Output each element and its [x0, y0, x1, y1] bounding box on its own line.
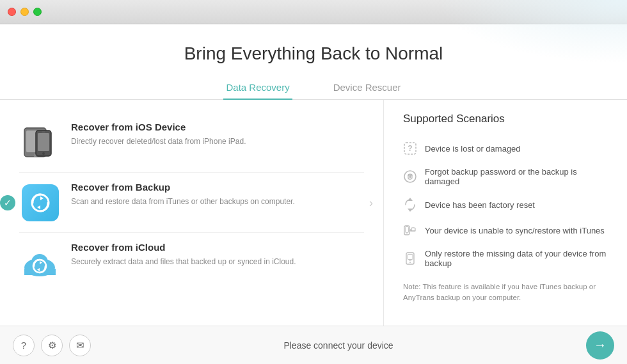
next-arrow-icon: →	[594, 338, 607, 352]
backup-option-desc: Scan and restore data from iTunes or oth…	[71, 196, 364, 207]
device-box-icon	[403, 251, 417, 265]
svg-point-22	[406, 233, 408, 235]
title-bar	[0, 0, 627, 24]
icloud-option-title: Recover from iCloud	[71, 242, 364, 253]
icloud-option-text: Recover from iCloud Securely extract dat…	[71, 242, 364, 267]
selected-checkmark: ✓	[0, 195, 15, 210]
scenarios-note: Note: This feature is available if you h…	[403, 281, 608, 304]
svg-rect-27	[408, 255, 413, 260]
scenario-sync-text: Your device is unable to sync/restore wi…	[425, 226, 605, 235]
help-icon: ?	[21, 340, 26, 351]
sync-icon	[403, 223, 417, 237]
scenario-backup-pwd-text: Forgot backup password or the backup is …	[425, 167, 608, 186]
body-section: Recover from iOS Device Directly recover…	[0, 100, 627, 326]
ios-option-title: Recover from iOS Device	[71, 122, 364, 132]
ios-device-icon	[19, 122, 61, 163]
svg-point-28	[409, 262, 411, 263]
scenario-backup-password: Forgot backup password or the backup is …	[403, 161, 608, 192]
tab-device-rescuer[interactable]: Device Rescuer	[331, 77, 404, 99]
option-ios-device[interactable]: Recover from iOS Device Directly recover…	[19, 113, 364, 173]
next-button[interactable]: →	[586, 331, 614, 360]
lock-circle-icon	[403, 170, 417, 184]
icloud-icon	[19, 242, 61, 283]
option-icloud[interactable]: Recover from iCloud Securely extract dat…	[19, 233, 364, 292]
option-backup[interactable]: ✓ Recover from Backup	[19, 173, 364, 233]
settings-icon: ⚙	[48, 340, 56, 351]
minimize-button[interactable]	[20, 8, 29, 16]
footer-status: Please connect your device	[91, 340, 586, 351]
main-content: Bring Everything Back to Normal Data Rec…	[0, 24, 627, 326]
help-button[interactable]: ?	[13, 335, 35, 356]
svg-rect-6	[42, 132, 45, 133]
svg-rect-17	[409, 175, 411, 178]
tabs-container: Data Recovery Device Rescuer	[0, 77, 627, 100]
settings-button[interactable]: ⚙	[41, 335, 63, 356]
scenarios-title: Supported Scenarios	[403, 113, 608, 125]
close-button[interactable]	[8, 8, 16, 16]
svg-rect-4	[38, 133, 49, 151]
scenario-missing-data: Only restore the missing data of your de…	[403, 243, 608, 274]
ios-option-desc: Directly recover deleted/lost data from …	[71, 136, 364, 147]
scenario-factory-text: Device has been factory reset	[425, 200, 535, 210]
maximize-button[interactable]	[33, 8, 42, 16]
mail-button[interactable]: ✉	[69, 335, 91, 356]
question-box-icon: ?	[403, 141, 417, 155]
svg-rect-21	[406, 227, 409, 233]
footer: ? ⚙ ✉ Please connect your device →	[0, 326, 627, 364]
right-panel: Supported Scenarios ? Device is lost or …	[384, 100, 627, 326]
footer-icons: ? ⚙ ✉	[13, 335, 91, 356]
header-section: Bring Everything Back to Normal Data Rec…	[0, 24, 627, 100]
reset-circle-icon	[403, 198, 417, 212]
svg-point-5	[42, 152, 45, 155]
scenario-missing-text: Only restore the missing data of your de…	[425, 249, 608, 268]
main-title: Bring Everything Back to Normal	[0, 44, 627, 64]
mail-icon: ✉	[76, 340, 84, 351]
scenario-factory-reset: Device has been factory reset	[403, 192, 608, 218]
svg-marker-19	[408, 209, 413, 212]
ios-option-text: Recover from iOS Device Directly recover…	[71, 122, 364, 147]
left-panel: Recover from iOS Device Directly recover…	[0, 100, 384, 326]
scenario-lost-text: Device is lost or damaged	[425, 144, 521, 154]
svg-text:?: ?	[408, 144, 412, 153]
icloud-option-desc: Securely extract data and files that bac…	[71, 256, 364, 267]
backup-option-text: Recover from Backup Scan and restore dat…	[71, 182, 364, 207]
backup-option-title: Recover from Backup	[71, 182, 364, 193]
backup-icon	[19, 182, 61, 223]
selected-arrow: ›	[369, 196, 373, 209]
scenario-lost-damaged: ? Device is lost or damaged	[403, 136, 608, 161]
scenario-sync-restore: Your device is unable to sync/restore wi…	[403, 218, 608, 243]
svg-marker-18	[408, 198, 413, 201]
tab-data-recovery[interactable]: Data Recovery	[223, 77, 292, 99]
